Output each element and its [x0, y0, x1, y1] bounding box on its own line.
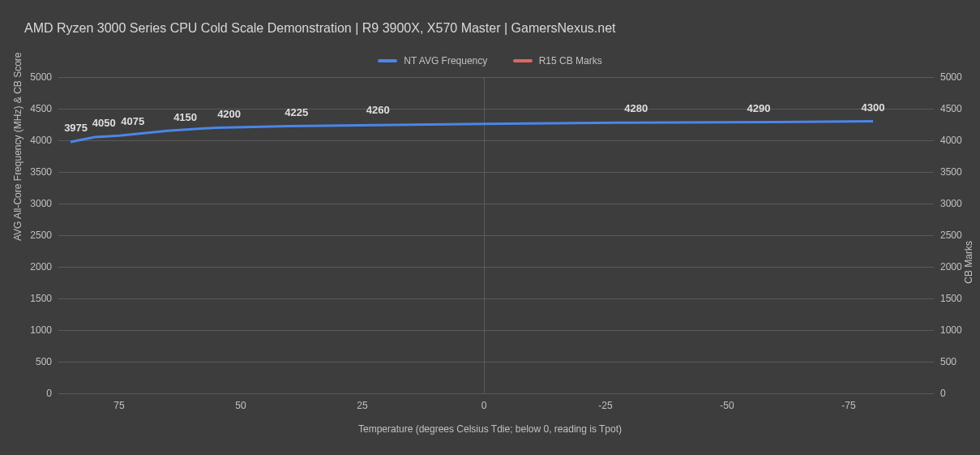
y-tick-left: 1000 — [30, 324, 52, 336]
chart-container: AMD Ryzen 3000 Series CPU Cold Scale Dem… — [0, 0, 980, 455]
data-label: 4260 — [366, 104, 390, 116]
y-tick-left: 3500 — [30, 166, 52, 178]
data-label: 4225 — [285, 106, 308, 118]
legend-label-1: NT AVG Frequency — [404, 55, 487, 67]
y-axis-label-left: AVG All-Core Frequency (MHz) & CB Score — [12, 52, 24, 241]
gridline-h — [58, 393, 934, 394]
y-tick-left: 2000 — [30, 261, 52, 273]
y-tick-right: 0 — [940, 388, 946, 399]
y-tick-left: 4000 — [30, 135, 52, 146]
y-tick-right: 1000 — [940, 324, 962, 336]
x-tick: 0 — [481, 400, 487, 411]
y-tick-left: 3000 — [30, 198, 52, 209]
legend: NT AVG Frequency R15 CB Marks — [0, 54, 980, 67]
x-axis-label: Temperature (degrees Celsius Tdie; below… — [0, 423, 980, 435]
legend-item-series1: NT AVG Frequency — [378, 55, 487, 67]
y-axis-label-right: CB Marks — [963, 241, 974, 284]
y-tick-left: 500 — [36, 356, 52, 367]
x-tick: -75 — [841, 400, 855, 411]
chart-line-svg — [58, 77, 934, 393]
y-tick-right: 1500 — [940, 293, 962, 304]
legend-item-series2: R15 CB Marks — [513, 55, 602, 67]
plot-area: 0050050010001000150015002000200025002500… — [58, 77, 934, 393]
y-tick-right: 500 — [940, 356, 956, 367]
x-tick: -25 — [598, 400, 612, 411]
y-tick-left: 0 — [46, 388, 52, 399]
x-tick: 25 — [357, 400, 367, 411]
y-tick-right: 2500 — [940, 230, 962, 241]
data-label: 4290 — [747, 102, 771, 114]
y-tick-right: 3500 — [940, 166, 962, 178]
data-label: 4280 — [624, 102, 648, 114]
x-tick: 75 — [113, 400, 124, 411]
data-label: 4150 — [173, 111, 197, 123]
legend-label-2: R15 CB Marks — [539, 55, 602, 67]
data-label: 4300 — [862, 101, 885, 114]
legend-swatch-2 — [513, 59, 533, 62]
y-tick-right: 4500 — [940, 103, 962, 114]
x-tick: 50 — [235, 400, 246, 411]
data-label: 4050 — [92, 117, 116, 129]
chart-title: AMD Ryzen 3000 Series CPU Cold Scale Dem… — [24, 21, 616, 36]
y-tick-left: 4500 — [30, 103, 52, 114]
y-tick-right: 2000 — [940, 261, 962, 273]
y-tick-right: 3000 — [940, 198, 962, 209]
y-tick-left: 2500 — [30, 230, 52, 241]
y-tick-right: 4000 — [940, 135, 962, 146]
y-tick-right: 5000 — [940, 71, 962, 83]
data-label: 4200 — [217, 108, 241, 120]
y-tick-left: 1500 — [30, 293, 52, 304]
y-tick-left: 5000 — [30, 71, 52, 83]
legend-swatch-1 — [378, 59, 397, 62]
x-tick: -50 — [720, 400, 734, 411]
data-label: 4075 — [121, 115, 144, 127]
data-label: 3975 — [64, 122, 88, 134]
